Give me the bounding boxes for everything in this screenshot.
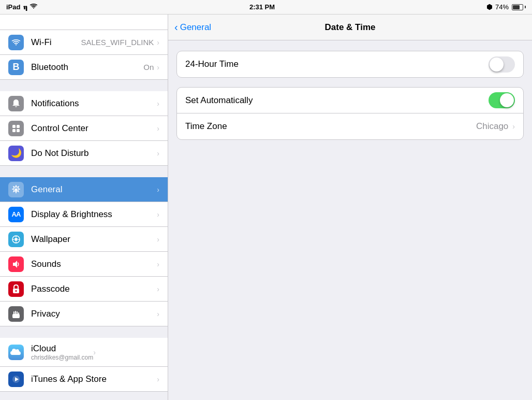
svg-rect-3 bbox=[17, 129, 20, 132]
icloud-sublabel: chrisdikes@gmail.com bbox=[31, 354, 93, 361]
sidebar-item-privacy[interactable]: Privacy › bbox=[0, 302, 168, 326]
display-label: Display & Brightness bbox=[31, 209, 157, 220]
sounds-icon bbox=[8, 256, 24, 272]
wifi-value: SALES_WIFI_DLINK bbox=[81, 38, 154, 47]
settings-card-auto: Set Automatically Time Zone Chicago › bbox=[176, 87, 524, 140]
sidebar-separator-3 bbox=[0, 326, 168, 338]
control-center-icon bbox=[8, 121, 24, 136]
sounds-chevron: › bbox=[157, 260, 159, 268]
notifications-icon bbox=[8, 96, 24, 111]
nav-back-button[interactable]: ‹ General bbox=[174, 21, 211, 33]
24hour-toggle-thumb bbox=[490, 58, 504, 72]
sidebar-item-passcode[interactable]: Passcode › bbox=[0, 277, 168, 302]
status-bar: iPad 𝛈 2:31 PM ⬢ 74% bbox=[0, 0, 532, 15]
sidebar-item-general[interactable]: General › bbox=[0, 177, 168, 202]
general-icon bbox=[8, 182, 24, 197]
passcode-chevron: › bbox=[157, 285, 159, 293]
svg-rect-17 bbox=[17, 311, 18, 315]
wifi-chevron: › bbox=[157, 38, 159, 47]
do-not-disturb-label: Do Not Disturb bbox=[31, 148, 157, 159]
status-time: 2:31 PM bbox=[249, 3, 275, 11]
status-left: iPad 𝛈 bbox=[6, 3, 38, 11]
bluetooth-icon: ⬢ bbox=[486, 3, 492, 11]
main-container: Wi-Fi SALES_WIFI_DLINK › B Bluetooth On … bbox=[0, 15, 532, 400]
svg-rect-18 bbox=[18, 312, 19, 315]
wallpaper-icon bbox=[8, 232, 24, 247]
do-not-disturb-chevron: › bbox=[157, 149, 159, 158]
passcode-label: Passcode bbox=[31, 284, 157, 294]
sidebar-item-itunes[interactable]: iTunes & App Store › bbox=[0, 367, 168, 392]
sidebar-item-partial-top[interactable] bbox=[0, 15, 168, 30]
bluetooth-label: Bluetooth bbox=[31, 62, 143, 73]
timezone-value: Chicago bbox=[476, 121, 508, 132]
back-chevron-icon: ‹ bbox=[174, 21, 178, 33]
bluetooth-value: On bbox=[143, 63, 154, 72]
set-auto-toggle[interactable] bbox=[489, 92, 515, 108]
sounds-label: Sounds bbox=[31, 259, 157, 269]
wallpaper-label: Wallpaper bbox=[31, 234, 157, 245]
settings-row-24hour: 24-Hour Time bbox=[177, 51, 523, 77]
svg-marker-11 bbox=[13, 261, 17, 268]
privacy-label: Privacy bbox=[31, 309, 157, 319]
svg-point-4 bbox=[15, 188, 18, 191]
settings-card-time: 24-Hour Time bbox=[176, 51, 524, 78]
timezone-chevron: › bbox=[512, 122, 515, 131]
svg-rect-0 bbox=[12, 125, 16, 128]
set-auto-toggle-thumb bbox=[500, 93, 514, 107]
wifi-label: Wi-Fi bbox=[31, 37, 81, 48]
nav-bar: ‹ General Date & Time bbox=[168, 15, 532, 40]
itunes-icon bbox=[8, 372, 24, 387]
nav-title: Date & Time bbox=[325, 22, 376, 33]
back-label: General bbox=[180, 22, 211, 33]
settings-row-set-auto: Set Automatically bbox=[177, 88, 523, 113]
svg-point-6 bbox=[14, 238, 18, 241]
24hour-label: 24-Hour Time bbox=[185, 59, 489, 69]
sidebar-separator-2 bbox=[0, 166, 168, 177]
svg-rect-15 bbox=[13, 311, 14, 315]
general-label: General bbox=[31, 184, 157, 195]
content-area: ‹ General Date & Time 24-Hour Time Set A… bbox=[168, 15, 532, 400]
sidebar-item-wifi[interactable]: Wi-Fi SALES_WIFI_DLINK › bbox=[0, 30, 168, 55]
wallpaper-chevron: › bbox=[157, 235, 159, 244]
wifi-setting-icon bbox=[8, 35, 24, 50]
icloud-chevron: › bbox=[93, 348, 96, 356]
sidebar-separator-1 bbox=[0, 80, 168, 91]
sidebar-item-icloud[interactable]: iCloud chrisdikes@gmail.com › bbox=[0, 338, 168, 367]
sidebar-item-wallpaper[interactable]: Wallpaper › bbox=[0, 227, 168, 252]
battery-icon bbox=[512, 4, 526, 10]
sidebar-item-do-not-disturb[interactable]: 🌙 Do Not Disturb › bbox=[0, 141, 168, 166]
bluetooth-chevron: › bbox=[157, 63, 159, 72]
notifications-chevron: › bbox=[157, 99, 159, 108]
content-scroll: 24-Hour Time Set Automatically Time Zone… bbox=[168, 40, 532, 400]
control-center-chevron: › bbox=[157, 124, 159, 133]
icloud-label-wrap: iCloud chrisdikes@gmail.com bbox=[31, 344, 93, 361]
svg-rect-1 bbox=[17, 125, 20, 128]
sidebar-item-control-center[interactable]: Control Center › bbox=[0, 116, 168, 141]
sidebar-item-sounds[interactable]: Sounds › bbox=[0, 252, 168, 277]
do-not-disturb-icon: 🌙 bbox=[8, 146, 24, 161]
svg-rect-16 bbox=[15, 311, 16, 315]
settings-row-timezone[interactable]: Time Zone Chicago › bbox=[177, 113, 523, 139]
display-icon: AA bbox=[8, 207, 24, 222]
set-auto-label: Set Automatically bbox=[185, 95, 489, 106]
sidebar-item-display[interactable]: AA Display & Brightness › bbox=[0, 202, 168, 227]
display-chevron: › bbox=[157, 210, 159, 219]
sidebar-item-bluetooth[interactable]: B Bluetooth On › bbox=[0, 55, 168, 80]
notifications-label: Notifications bbox=[31, 98, 157, 109]
privacy-chevron: › bbox=[157, 310, 159, 318]
wifi-icon bbox=[29, 3, 38, 9]
sidebar-item-notifications[interactable]: Notifications › bbox=[0, 91, 168, 116]
wifi-status-icon: 𝛈 bbox=[23, 3, 38, 11]
status-right: ⬢ 74% bbox=[486, 3, 526, 11]
control-center-label: Control Center bbox=[31, 123, 157, 134]
battery-percent: 74% bbox=[495, 3, 509, 11]
bluetooth-setting-icon: B bbox=[8, 60, 24, 75]
general-chevron: › bbox=[157, 185, 159, 194]
itunes-label: iTunes & App Store bbox=[31, 374, 157, 384]
svg-rect-2 bbox=[12, 129, 16, 132]
icloud-label: iCloud bbox=[31, 344, 93, 354]
24hour-toggle[interactable] bbox=[489, 56, 515, 73]
passcode-icon bbox=[8, 281, 24, 297]
privacy-icon bbox=[8, 306, 24, 322]
sidebar: Wi-Fi SALES_WIFI_DLINK › B Bluetooth On … bbox=[0, 15, 168, 400]
